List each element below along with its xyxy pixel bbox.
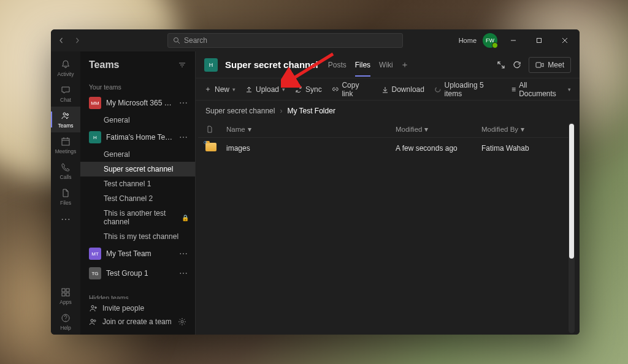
- rail-teams[interactable]: Teams: [51, 107, 80, 132]
- channel-name: Test channel 1: [104, 180, 151, 188]
- section-your-teams: Your teams: [80, 78, 195, 93]
- svg-point-25: [181, 320, 183, 323]
- all-documents-dropdown[interactable]: ≡ All Documents ▾: [511, 81, 571, 98]
- rail-calls[interactable]: Calls: [51, 158, 80, 184]
- expand-icon[interactable]: [497, 61, 505, 69]
- spinner-icon: [434, 86, 442, 93]
- close-button[interactable]: [555, 32, 575, 49]
- rail-meetings[interactable]: Meetings: [51, 132, 80, 158]
- search-placeholder: Search: [184, 36, 207, 45]
- rail-help[interactable]: Help: [51, 309, 80, 335]
- svg-rect-15: [66, 293, 69, 296]
- app-rail: ActivityChatTeamsMeetingsCallsFiles⋯Apps…: [51, 51, 80, 335]
- channel-row[interactable]: This is my test channel: [80, 229, 195, 244]
- person-add-icon: [89, 304, 98, 313]
- sync-button[interactable]: Sync: [295, 85, 322, 94]
- join-create-team-button[interactable]: Join or create a team: [89, 317, 186, 326]
- team-more-button[interactable]: ⋯: [178, 98, 189, 108]
- rail-more-button[interactable]: ⋯: [51, 210, 80, 228]
- nav-forward-button[interactable]: [72, 35, 83, 46]
- column-header-modified[interactable]: Modified▾: [396, 125, 481, 134]
- team-more-button[interactable]: ⋯: [178, 268, 189, 278]
- user-avatar[interactable]: FW: [483, 33, 497, 48]
- tab-files[interactable]: Files: [355, 53, 370, 77]
- breadcrumb: Super secret channel › My Test Folder: [196, 100, 580, 121]
- breadcrumb-current: My Test Folder: [287, 107, 335, 115]
- org-label: Home: [459, 37, 477, 44]
- nav-back-button[interactable]: [56, 35, 67, 46]
- breadcrumb-root[interactable]: Super secret channel: [205, 107, 275, 115]
- rail-files[interactable]: Files: [51, 184, 80, 210]
- team-name: Test Group 1: [106, 269, 173, 278]
- channel-row[interactable]: This is another test channel🔒: [80, 206, 195, 229]
- team-row[interactable]: MTMy Test Team⋯: [80, 244, 195, 264]
- file-list: Name▾ Modified▾ Modified By▾ ⟳imagesA fe…: [198, 121, 569, 335]
- rail-apps[interactable]: Apps: [51, 283, 80, 309]
- team-badge: MT: [89, 248, 101, 260]
- svg-rect-12: [62, 289, 65, 292]
- meet-button[interactable]: Meet: [529, 57, 571, 73]
- svg-point-7: [67, 114, 69, 116]
- rail-chat[interactable]: Chat: [51, 81, 80, 107]
- team-more-button[interactable]: ⋯: [178, 132, 189, 142]
- rail-activity[interactable]: Activity: [51, 55, 80, 81]
- tab-wiki[interactable]: Wiki: [379, 53, 393, 77]
- add-tab-button[interactable]: ＋: [400, 59, 409, 70]
- channel-header: H Super secret channel PostsFilesWiki ＋ …: [196, 51, 580, 78]
- svg-rect-13: [66, 289, 69, 292]
- filter-icon[interactable]: [178, 61, 186, 69]
- svg-point-27: [435, 87, 440, 92]
- svg-rect-26: [536, 63, 541, 67]
- maximize-button[interactable]: [529, 32, 549, 49]
- channel-row[interactable]: General: [80, 147, 195, 162]
- search-input[interactable]: Search: [167, 33, 403, 48]
- teams-icon: [60, 110, 71, 121]
- call-icon: [60, 162, 71, 173]
- team-row[interactable]: MMMy Microsoft 365 group⋯: [80, 93, 195, 113]
- column-header-name[interactable]: Name▾: [226, 125, 396, 134]
- document-icon: [205, 125, 214, 134]
- channel-row[interactable]: Test Channel 2: [80, 191, 195, 206]
- channel-row[interactable]: Super secret channel: [80, 162, 195, 176]
- team-row[interactable]: TGTest Group 1⋯: [80, 264, 195, 283]
- lock-icon: 🔒: [182, 214, 189, 221]
- video-icon: [535, 61, 544, 69]
- invite-people-button[interactable]: Invite people: [89, 304, 186, 313]
- team-more-button[interactable]: ⋯: [178, 249, 189, 259]
- upload-button[interactable]: Upload ▾: [245, 85, 285, 94]
- team-badge: TG: [89, 267, 101, 279]
- calendar-icon: [60, 136, 71, 147]
- files-icon: [60, 188, 71, 199]
- chat-icon: [60, 85, 71, 96]
- channel-name: This is another test channel: [104, 209, 178, 226]
- channel-name: General: [104, 150, 130, 159]
- uploading-status[interactable]: Uploading 5 items: [434, 81, 502, 98]
- channel-badge: H: [204, 58, 218, 72]
- refresh-icon[interactable]: [513, 61, 521, 69]
- help-icon: [60, 313, 71, 324]
- channel-name: Super secret channel: [104, 165, 173, 173]
- download-button[interactable]: Download: [381, 85, 424, 94]
- file-modified: A few seconds ago: [396, 144, 481, 153]
- tab-posts[interactable]: Posts: [328, 53, 347, 77]
- chevron-down-icon: ▾: [568, 86, 571, 93]
- bell-icon: [60, 59, 71, 70]
- new-button[interactable]: ＋ New ▾: [204, 84, 236, 94]
- sync-badge-icon: ⟳: [204, 140, 207, 145]
- scrollbar-thumb[interactable]: [569, 124, 574, 259]
- copy-link-button[interactable]: Copy link: [332, 81, 372, 98]
- teams-window: Search Home FW ActivityChatTeamsMeetings…: [51, 29, 580, 335]
- scrollbar[interactable]: [569, 123, 575, 333]
- team-name: My Microsoft 365 group: [106, 99, 173, 107]
- channel-row[interactable]: Test channel 1: [80, 176, 195, 191]
- channel-title: Super secret channel: [225, 59, 318, 70]
- column-header-modified-by[interactable]: Modified By▾: [481, 125, 561, 134]
- channel-row[interactable]: General: [80, 113, 195, 127]
- minimize-button[interactable]: [504, 32, 523, 49]
- hidden-teams-label[interactable]: Hidden teams: [80, 283, 195, 299]
- gear-icon[interactable]: [178, 317, 186, 326]
- team-row[interactable]: HFatima's Home Team⋯: [80, 127, 195, 147]
- svg-line-1: [178, 42, 180, 44]
- people-icon: [89, 317, 98, 326]
- file-row[interactable]: ⟳imagesA few seconds agoFatima Wahab: [198, 138, 569, 158]
